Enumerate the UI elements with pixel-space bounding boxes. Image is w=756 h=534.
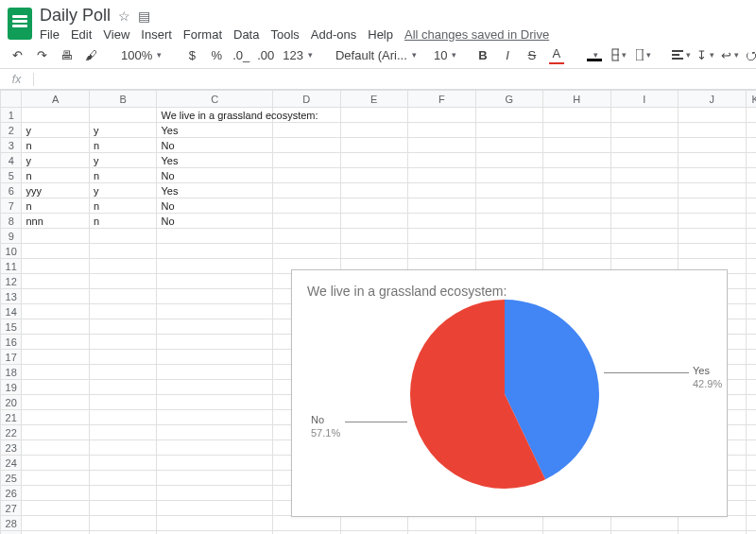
cell[interactable]: [340, 244, 408, 259]
cell[interactable]: No: [157, 168, 273, 183]
row-header[interactable]: 28: [1, 516, 22, 531]
cell[interactable]: [273, 168, 341, 183]
cell[interactable]: [22, 259, 90, 274]
col-header[interactable]: F: [408, 91, 476, 108]
cell[interactable]: [543, 531, 611, 535]
cell[interactable]: y: [22, 123, 90, 138]
menu-insert[interactable]: Insert: [141, 27, 172, 42]
row-header[interactable]: 20: [1, 395, 22, 410]
menu-edit[interactable]: Edit: [71, 27, 92, 42]
cell[interactable]: [610, 214, 679, 229]
fill-color-button[interactable]: [587, 48, 602, 61]
cell[interactable]: [89, 471, 157, 486]
cell[interactable]: [746, 229, 756, 244]
cell[interactable]: [89, 531, 157, 535]
cell[interactable]: [746, 183, 756, 198]
cell[interactable]: [408, 168, 476, 183]
cell[interactable]: [22, 395, 90, 410]
row-header[interactable]: 15: [1, 319, 22, 335]
cell[interactable]: [89, 244, 157, 259]
cell[interactable]: [746, 410, 756, 425]
cell[interactable]: [679, 183, 747, 198]
row-header[interactable]: 24: [1, 456, 22, 471]
cell[interactable]: [746, 516, 756, 531]
col-header[interactable]: A: [22, 91, 90, 108]
cell[interactable]: [22, 319, 90, 335]
col-header[interactable]: B: [89, 91, 157, 108]
cell[interactable]: y: [89, 123, 157, 138]
cell[interactable]: [679, 214, 747, 229]
grid-row[interactable]: 4yyYes: [1, 153, 757, 168]
cell[interactable]: [157, 425, 273, 440]
cell[interactable]: [475, 168, 543, 183]
row-header[interactable]: 13: [1, 289, 22, 304]
text-color-button[interactable]: A: [549, 45, 564, 64]
number-format-dropdown[interactable]: 123: [283, 48, 313, 62]
cell[interactable]: [157, 274, 273, 289]
formula-input[interactable]: [34, 69, 756, 89]
menu-help[interactable]: Help: [368, 27, 393, 42]
cell[interactable]: No: [157, 138, 273, 153]
row-header[interactable]: 29: [1, 531, 22, 535]
cell[interactable]: [679, 244, 747, 259]
cell[interactable]: [22, 471, 90, 486]
cell[interactable]: [157, 289, 273, 304]
row-header[interactable]: 1: [1, 108, 22, 123]
col-header[interactable]: K: [746, 91, 756, 108]
cell[interactable]: [89, 229, 157, 244]
cell[interactable]: [273, 244, 341, 259]
cell[interactable]: [157, 350, 273, 365]
zoom-dropdown[interactable]: 100%: [121, 48, 162, 62]
redo-icon[interactable]: ↷: [34, 45, 49, 64]
cell[interactable]: [746, 395, 756, 410]
cell[interactable]: [22, 350, 90, 365]
cell[interactable]: [746, 531, 756, 535]
col-header[interactable]: I: [610, 91, 679, 108]
cell[interactable]: [475, 531, 543, 535]
row-header[interactable]: 14: [1, 304, 22, 319]
cell[interactable]: [22, 440, 90, 456]
cell[interactable]: [679, 198, 747, 214]
cell[interactable]: [157, 259, 273, 274]
cell[interactable]: [340, 214, 408, 229]
cell[interactable]: [543, 229, 611, 244]
cell[interactable]: [610, 168, 679, 183]
row-header[interactable]: 19: [1, 380, 22, 395]
cell[interactable]: [746, 501, 756, 516]
cell[interactable]: [89, 425, 157, 440]
cell[interactable]: [157, 516, 273, 531]
grid-row[interactable]: 3nnNo: [1, 138, 757, 153]
cell[interactable]: [746, 168, 756, 183]
menu-view[interactable]: View: [103, 27, 129, 42]
cell[interactable]: [408, 229, 476, 244]
cell[interactable]: n: [89, 214, 157, 229]
cell[interactable]: No: [157, 214, 273, 229]
cell[interactable]: y: [89, 153, 157, 168]
cell[interactable]: [89, 365, 157, 380]
cell[interactable]: [610, 229, 679, 244]
cell[interactable]: [22, 486, 90, 501]
cell[interactable]: [746, 289, 756, 304]
cell[interactable]: [157, 440, 273, 456]
cell[interactable]: [543, 214, 611, 229]
cell[interactable]: [89, 501, 157, 516]
cell[interactable]: [89, 259, 157, 274]
save-status[interactable]: All changes saved in Drive: [404, 27, 549, 42]
star-icon[interactable]: ☆: [118, 9, 130, 24]
cell[interactable]: [157, 501, 273, 516]
cell[interactable]: [22, 304, 90, 319]
increase-decimals-button[interactable]: .00: [258, 45, 273, 64]
cell[interactable]: [746, 425, 756, 440]
cell[interactable]: n: [22, 198, 90, 214]
cell[interactable]: [746, 244, 756, 259]
cell[interactable]: [610, 516, 679, 531]
cell[interactable]: [746, 214, 756, 229]
cell[interactable]: [408, 153, 476, 168]
cell[interactable]: [22, 274, 90, 289]
cell[interactable]: We live in a grassland ecosystem:: [157, 108, 273, 123]
cell[interactable]: [157, 395, 273, 410]
cell[interactable]: [408, 531, 476, 535]
row-header[interactable]: 26: [1, 486, 22, 501]
cell[interactable]: [746, 456, 756, 471]
cell[interactable]: [679, 108, 747, 123]
